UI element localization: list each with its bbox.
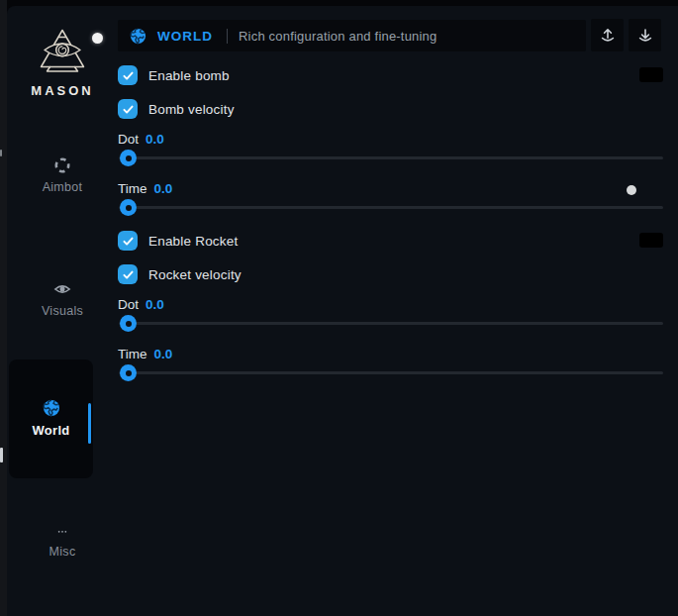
sidebar-item-label: Aimbot xyxy=(43,180,83,194)
slider-thumb[interactable] xyxy=(120,150,137,166)
checkbox-checked-icon xyxy=(118,99,138,119)
eye-icon xyxy=(53,280,71,298)
download-icon xyxy=(636,27,654,45)
crosshair-icon xyxy=(53,156,71,174)
slider-thumb[interactable] xyxy=(120,364,137,381)
checkbox-label: Enable Rocket xyxy=(148,234,238,249)
slider-value: 0.0 xyxy=(145,297,164,312)
globe-icon xyxy=(130,28,146,45)
sidebar-item-visuals[interactable]: Visuals xyxy=(7,280,118,318)
page-subtitle: Rich configuration and fine-tuning xyxy=(239,29,436,44)
slider-track[interactable] xyxy=(119,206,663,209)
sidebar: MASON Aimbot Visuals World xyxy=(7,6,118,616)
checkbox-checked-icon xyxy=(118,231,138,251)
slider-label-bomb-time: Time 0.0 xyxy=(118,181,172,196)
cursor-dot xyxy=(92,33,103,44)
sidebar-item-label: World xyxy=(32,423,69,438)
slider-thumb[interactable] xyxy=(120,199,137,216)
slider-track[interactable] xyxy=(119,371,663,374)
slider-value: 0.0 xyxy=(154,347,173,361)
slider-value: 0.0 xyxy=(145,132,164,147)
slider-label-rocket-time: Time 0.0 xyxy=(118,347,172,361)
rocket-color-swatch[interactable] xyxy=(639,233,663,248)
slider-bomb-dot[interactable] xyxy=(119,150,663,166)
upload-config-button[interactable] xyxy=(591,19,624,51)
eye-triangle-logo-icon xyxy=(38,28,87,75)
checkbox-rocket-velocity[interactable]: Rocket velocity xyxy=(118,264,242,284)
slider-label-bomb-dot: Dot 0.0 xyxy=(118,132,164,147)
screen-artifact xyxy=(0,150,2,156)
checkbox-label: Rocket velocity xyxy=(148,267,242,282)
checkbox-checked-icon xyxy=(118,264,138,284)
sidebar-item-label: Visuals xyxy=(42,304,83,318)
screen-artifact xyxy=(0,448,3,462)
page-header: WORLD Rich configuration and fine-tuning xyxy=(118,20,586,51)
slider-label-rocket-dot: Dot 0.0 xyxy=(118,297,164,312)
upload-icon xyxy=(599,27,617,45)
desktop-edge xyxy=(0,0,7,616)
mason-menu-window: MASON Aimbot Visuals World xyxy=(7,6,678,616)
active-tab-indicator xyxy=(88,403,91,444)
slider-rocket-dot[interactable] xyxy=(119,315,663,332)
page-title: WORLD xyxy=(157,29,213,44)
download-config-button[interactable] xyxy=(629,19,661,51)
sidebar-item-misc[interactable]: Misc xyxy=(7,529,118,559)
globe-icon xyxy=(43,399,60,417)
slider-track[interactable] xyxy=(119,322,663,325)
header-divider xyxy=(227,29,228,44)
slider-bomb-time[interactable] xyxy=(119,199,663,216)
logo-text: MASON xyxy=(31,83,93,98)
cursor-dot xyxy=(627,185,636,195)
bomb-color-swatch[interactable] xyxy=(639,67,663,82)
checkbox-label: Bomb velocity xyxy=(148,102,235,117)
sidebar-item-world[interactable]: World xyxy=(7,399,95,438)
checkbox-label: Enable bomb xyxy=(148,68,230,83)
slider-track[interactable] xyxy=(119,156,663,159)
checkbox-enable-bomb[interactable]: Enable bomb xyxy=(118,65,230,85)
sidebar-item-label: Misc xyxy=(49,545,76,559)
ellipsis-icon xyxy=(53,529,71,539)
slider-rocket-time[interactable] xyxy=(119,364,663,381)
sidebar-item-aimbot[interactable]: Aimbot xyxy=(7,156,118,194)
slider-value: 0.0 xyxy=(154,181,173,196)
slider-thumb[interactable] xyxy=(120,315,137,332)
checkbox-bomb-velocity[interactable]: Bomb velocity xyxy=(118,99,235,119)
checkbox-enable-rocket[interactable]: Enable Rocket xyxy=(118,231,238,251)
checkbox-checked-icon xyxy=(118,65,138,85)
